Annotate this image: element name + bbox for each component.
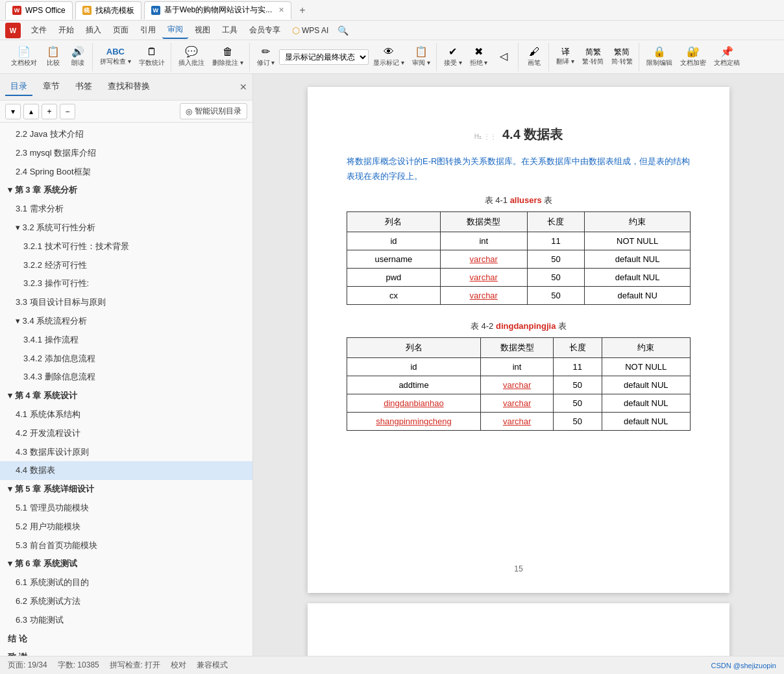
search-icon[interactable]: 🔍 [337, 25, 349, 36]
menubar: W 文件 开始 插入 页面 引用 审阅 视图 工具 会员专享 ⬡ WPS AI … [0, 21, 784, 40]
toc-collapse-btn[interactable]: ▴ [23, 104, 39, 119]
t1r4-constraint: default NU [585, 286, 691, 304]
toc-item-24[interactable]: 6.1 系统测试的目的 [0, 573, 252, 592]
toc-item-21[interactable]: 5.2 用户功能模块 [0, 518, 252, 536]
toolbar-compare[interactable]: 📋 比较 [42, 45, 65, 69]
review-icon: 📋 [415, 47, 428, 57]
toc-item-10[interactable]: ▾ 3.4 系统流程分析 [0, 312, 252, 331]
review-mode-dropdown[interactable]: 显示标记的最终状态 [279, 49, 369, 65]
toolbar-track[interactable]: ✏ 修订 ▾ [254, 45, 278, 69]
toc-item-6[interactable]: 3.2.1 技术可行性：技术背景 [0, 237, 252, 256]
toc-item-18[interactable]: 4.4 数据表 [0, 461, 252, 480]
menu-page[interactable]: 页面 [108, 22, 134, 38]
toc-item-16[interactable]: 4.2 开发流程设计 [0, 424, 252, 443]
toc-item-22[interactable]: 5.3 前台首页功能模块 [0, 536, 252, 555]
toolbar-accept[interactable]: ✔ 接受 ▾ [441, 45, 465, 69]
toolbar-restrict[interactable]: 🔒 限制编辑 [643, 45, 676, 69]
toc-item-27[interactable]: 结 论 [0, 630, 252, 649]
accept-icon: ✔ [448, 47, 457, 57]
toolbar-spell[interactable]: ABC 拼写检查 ▾ [97, 45, 134, 68]
t2r2-col: addtime [347, 376, 481, 394]
sidebar-tab-bookmark[interactable]: 书签 [70, 78, 97, 96]
menu-vip[interactable]: 会员专享 [244, 22, 286, 38]
toc-item-12[interactable]: 3.4.2 添加信息流程 [0, 350, 252, 368]
toc-item-8[interactable]: 3.2.3 操作可行性: [0, 274, 252, 293]
toc-item-28[interactable]: 致 谢 [0, 648, 252, 656]
tmpl-icon: 稿 [82, 6, 92, 15]
table1-header-row: 列名 数据类型 长度 约束 [347, 211, 691, 232]
nav-icon: ◁ [500, 51, 508, 62]
status-proofread[interactable]: 校对 [171, 660, 186, 671]
menu-wpsai[interactable]: ⬡ WPS AI [287, 23, 334, 38]
toolbar-wordcount[interactable]: 🗒 字数统计 [136, 45, 168, 69]
menu-file[interactable]: 文件 [26, 22, 52, 38]
t1r1-len: 11 [527, 232, 585, 250]
menu-insert[interactable]: 插入 [80, 22, 106, 38]
toc-item-13[interactable]: 3.4.3 删除信息流程 [0, 368, 252, 387]
toc-item-5[interactable]: ▾ 3.2 系统可行性分析 [0, 219, 252, 237]
toc-item-14[interactable]: ▾ 第 4 章 系统设计 [0, 387, 252, 405]
toc-item-0[interactable]: 2.2 Java 技术介绍 [0, 125, 252, 144]
toolbar-finalize[interactable]: 📌 文档定稿 [711, 45, 743, 69]
sidebar-tab-chapter[interactable]: 章节 [38, 78, 65, 96]
toc-minus-btn[interactable]: − [60, 104, 75, 119]
menu-review[interactable]: 审阅 [162, 21, 188, 39]
close-tab-icon[interactable]: ✕ [278, 6, 284, 14]
sidebar: 目录 章节 书签 查找和替换 ✕ ▾ ▴ + − ◎ 智能识别目录 2.2 Ja… [0, 74, 253, 656]
smart-toc-label: 智能识别目录 [195, 106, 241, 117]
menu-ref[interactable]: 引用 [135, 22, 161, 38]
status-wordcount: 字数: 10385 [58, 660, 99, 671]
t1r4-len: 50 [527, 286, 585, 304]
toolbar-review[interactable]: 📋 审阅 ▾ [409, 45, 434, 69]
table-row: cx varchar 50 default NU [347, 286, 691, 304]
toolbar-delete-comment[interactable]: 🗑 删除批注 ▾ [209, 45, 247, 69]
smart-toc-button[interactable]: ◎ 智能识别目录 [180, 103, 247, 119]
toolbar-translate[interactable]: 译 翻译 ▾ [553, 45, 578, 68]
toc-item-2[interactable]: 2.4 Spring Boot框架 [0, 163, 252, 182]
toolbar-show-mark[interactable]: 👁 显示标记 ▾ [370, 45, 408, 69]
status-spellcheck[interactable]: 拼写检查: 打开 [110, 660, 161, 671]
menu-tools[interactable]: 工具 [217, 22, 243, 38]
toc-item-26[interactable]: 6.3 功能测试 [0, 611, 252, 630]
toc-expand-btn[interactable]: ▾ [5, 104, 21, 119]
toolbar-insert-comment[interactable]: 💬 插入批注 [175, 45, 208, 69]
toc-item-23[interactable]: ▾ 第 6 章 系统测试 [0, 555, 252, 573]
toc-item-15[interactable]: 4.1 系统体系结构 [0, 405, 252, 424]
sidebar-tab-findreplace[interactable]: 查找和替换 [103, 78, 155, 96]
toolbar-brush[interactable]: 🖌 画笔 [522, 45, 546, 69]
tab-wps[interactable]: W WPS Office [5, 1, 73, 19]
toc-item-3[interactable]: ▾ 第 3 章 系统分析 [0, 181, 252, 200]
table2: 列名 数据类型 长度 约束 id int 11 NOT NULL addtime [347, 337, 691, 431]
add-tab-button[interactable]: + [294, 5, 310, 16]
toc-add-btn[interactable]: + [42, 104, 57, 119]
toc-item-20[interactable]: 5.1 管理员功能模块 [0, 499, 252, 518]
toc-item-9[interactable]: 3.3 项目设计目标与原则 [0, 293, 252, 312]
toc-item-19[interactable]: ▾ 第 5 章 系统详细设计 [0, 480, 252, 499]
toc-item-1[interactable]: 2.3 mysql 数据库介绍 [0, 144, 252, 163]
toolbar-doc-compare[interactable]: 📄 文档校对 [8, 45, 40, 69]
table1-caption: 表 4-1 allusers 表 [347, 195, 691, 206]
section-title: 4.4 数据表 [502, 127, 563, 141]
toc-item-7[interactable]: 3.2.2 经济可行性 [0, 256, 252, 275]
sidebar-tab-toc[interactable]: 目录 [5, 78, 32, 96]
toc-item-11[interactable]: 3.4.1 操作流程 [0, 331, 252, 350]
toolbar-simp-to-trad[interactable]: 繁简 简·转繁 [608, 46, 636, 68]
toc-item-17[interactable]: 4.3 数据库设计原则 [0, 443, 252, 462]
wps-menu-icon[interactable]: W [5, 23, 21, 38]
t1r1-col: id [347, 232, 441, 250]
toc-item-4[interactable]: 3.1 需求分析 [0, 200, 252, 219]
toc-item-25[interactable]: 6.2 系统测试方法 [0, 592, 252, 611]
menu-home[interactable]: 开始 [53, 22, 79, 38]
toolbar-group-accept: ✔ 接受 ▾ ✖ 拒绝 ▾ ◁ [438, 43, 519, 71]
toolbar-reject[interactable]: ✖ 拒绝 ▾ [467, 45, 491, 69]
toolbar-encrypt[interactable]: 🔐 文档加密 [677, 45, 709, 69]
tab-doc[interactable]: W 基于Web的购物网站设计与实... ✕ [144, 1, 291, 19]
tab-tmpl[interactable]: 稿 找稿壳模板 [75, 1, 141, 19]
sidebar-close-button[interactable]: ✕ [239, 82, 247, 92]
toolbar-trad-to-simp[interactable]: 简繁 繁·转简 [579, 46, 607, 68]
t1r2-constraint: default NUL [585, 250, 691, 268]
toolbar-empty1[interactable]: ◁ [492, 49, 515, 65]
toolbar-read[interactable]: 🔊 朗读 [66, 45, 90, 69]
menu-view[interactable]: 视图 [190, 22, 215, 38]
track-icon: ✏ [262, 47, 270, 57]
